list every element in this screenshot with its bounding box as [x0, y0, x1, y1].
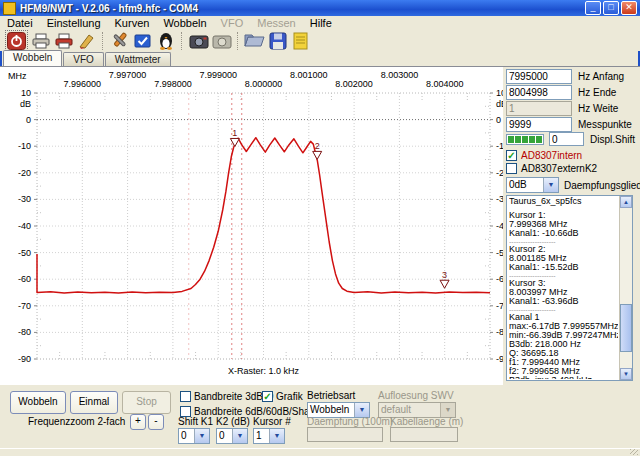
svg-text:7.996000: 7.996000: [64, 79, 102, 89]
shift-k1-combo[interactable]: 0▼: [178, 428, 210, 444]
svg-text:8.000000: 8.000000: [245, 79, 283, 89]
title-bar: HFM9/NWT - V.2.06 - hfm9.hfc - COM4 _ □ …: [0, 0, 640, 16]
info-list-scrollbar[interactable]: ▲ ▼: [619, 196, 632, 380]
sweep-progress-bar: [506, 134, 544, 145]
menu-vfo: VFO: [214, 17, 251, 29]
toolbar-separator: [237, 32, 239, 50]
grafik-checkbox[interactable]: ✓: [262, 391, 273, 402]
svg-text:-20: -20: [18, 168, 31, 178]
ad8307externk2-checkbox[interactable]: [506, 163, 517, 174]
svg-text:10: 10: [496, 88, 503, 98]
resize-grip-icon[interactable]: [630, 449, 638, 455]
notes-icon[interactable]: [290, 31, 311, 50]
daempfung-label: Daempfung (100m): [307, 416, 393, 427]
menu-wobbeln[interactable]: Wobbeln: [156, 17, 213, 29]
menu-hilfe[interactable]: Hilfe: [303, 17, 339, 29]
chart-canvas: 101000-10-10-20-20-30-30-40-40-50-50-60-…: [0, 67, 503, 385]
chevron-down-icon[interactable]: ▼: [269, 429, 284, 443]
stop-button: Stop: [122, 391, 171, 414]
points-label: Messpunkte: [578, 119, 632, 130]
tab-wattmeter[interactable]: Wattmeter: [105, 52, 171, 66]
app-icon: [3, 2, 16, 15]
menu-datei[interactable]: Datei: [0, 17, 40, 29]
tools-icon[interactable]: [109, 31, 130, 50]
svg-text:-30: -30: [18, 194, 31, 204]
svg-text:MHz: MHz: [8, 71, 27, 81]
chevron-down-icon[interactable]: ▼: [194, 429, 209, 443]
linux-penguin-icon[interactable]: [155, 31, 176, 50]
einmal-button[interactable]: Einmal: [70, 391, 118, 414]
info-list-text: Taurus_6x_sp5fcsKursor 1:7.999368 MHzKan…: [509, 197, 618, 379]
aufloesung-label: Aufloesung SWV: [378, 390, 454, 401]
print-color-icon[interactable]: [53, 31, 74, 50]
minimize-button[interactable]: _: [585, 1, 601, 15]
chevron-down-icon[interactable]: ▼: [543, 178, 558, 192]
tab-vfo[interactable]: VFO: [63, 52, 104, 66]
svg-text:-10: -10: [18, 141, 31, 151]
svg-text:1: 1: [232, 128, 237, 138]
info-list-line: Kanal1: -15.52dB: [509, 263, 618, 272]
toolbar: [0, 30, 640, 51]
kabellaenge-input: [390, 427, 458, 442]
freq-end-input[interactable]: [506, 85, 572, 100]
bandbreite-3db-checkbox[interactable]: [180, 391, 191, 402]
k2-db-combo[interactable]: 0▼: [216, 428, 248, 444]
save-icon[interactable]: [267, 31, 288, 50]
svg-text:-40: -40: [18, 221, 31, 231]
menu-einstellung[interactable]: Einstellung: [40, 17, 108, 29]
ad8307externk2-label: AD8307externK2: [521, 163, 597, 174]
svg-text:-40: -40: [496, 221, 503, 231]
points-input[interactable]: [506, 117, 572, 132]
svg-text:-60: -60: [496, 274, 503, 284]
svg-text:-90: -90: [496, 354, 503, 364]
svg-text:8.002000: 8.002000: [335, 79, 373, 89]
svg-text:-50: -50: [18, 248, 31, 258]
svg-text:-80: -80: [496, 327, 503, 337]
kursor-num-combo[interactable]: 1▼: [253, 428, 285, 444]
screenshot-icon[interactable]: [188, 31, 209, 50]
screenshot-gray-icon[interactable]: [211, 31, 232, 50]
menu-kurven[interactable]: Kurven: [108, 17, 157, 29]
scroll-thumb[interactable]: [620, 304, 632, 352]
svg-text:2: 2: [315, 141, 320, 151]
svg-text:X-Raster: 1.0 kHz: X-Raster: 1.0 kHz: [228, 366, 300, 376]
chevron-down-icon[interactable]: ▼: [232, 429, 247, 443]
folder-open-icon[interactable]: [244, 31, 265, 50]
freq-start-label: Hz Anfang: [578, 71, 624, 82]
k2-db-label: K2 (dB): [216, 416, 250, 427]
maximize-button[interactable]: □: [603, 1, 619, 15]
close-button[interactable]: ✕: [621, 1, 637, 15]
info-list-line: Kanal1: -63.96dB: [509, 297, 618, 306]
scroll-down-icon[interactable]: ▼: [620, 368, 632, 380]
svg-text:-70: -70: [496, 301, 503, 311]
power-icon[interactable]: [5, 30, 28, 51]
zoom-minus-button[interactable]: -: [148, 414, 164, 430]
attenuator-combo[interactable]: 0dB ▼: [506, 177, 559, 193]
status-bar: [0, 448, 640, 456]
svg-text:-70: -70: [18, 301, 31, 311]
scroll-up-icon[interactable]: ▲: [620, 196, 632, 208]
svg-text:0: 0: [26, 115, 31, 125]
wobbeln-button[interactable]: Wobbeln: [10, 391, 66, 414]
svg-text:3: 3: [442, 270, 447, 280]
measure-info-list[interactable]: Taurus_6x_sp5fcsKursor 1:7.999368 MHzKan…: [506, 195, 633, 381]
attenuator-label: Daempfungsglied: [564, 180, 640, 191]
signature-icon[interactable]: [76, 31, 97, 50]
chevron-down-icon[interactable]: ▼: [354, 403, 369, 417]
svg-text:7.998000: 7.998000: [154, 79, 192, 89]
zoom-plus-button[interactable]: +: [130, 414, 146, 430]
svg-text:8.004000: 8.004000: [426, 79, 464, 89]
toolbar-separator: [102, 32, 104, 50]
print-icon[interactable]: [30, 31, 51, 50]
betriebsart-label: Betriebsart: [307, 390, 355, 401]
svg-text:8.003000: 8.003000: [381, 70, 419, 80]
displ-shift-input[interactable]: [549, 132, 584, 146]
window-title: HFM9/NWT - V.2.06 - hfm9.hfc - COM4: [20, 3, 585, 14]
ad8307intern-checkbox[interactable]: ✓: [506, 150, 517, 161]
shift-k1-label: Shift K1: [178, 416, 213, 427]
freq-step-input: [506, 101, 572, 116]
svg-text:-90: -90: [18, 354, 31, 364]
tab-wobbeln[interactable]: Wobbeln: [3, 50, 62, 66]
settings-check-icon[interactable]: [132, 31, 153, 50]
freq-start-input[interactable]: [506, 69, 572, 84]
